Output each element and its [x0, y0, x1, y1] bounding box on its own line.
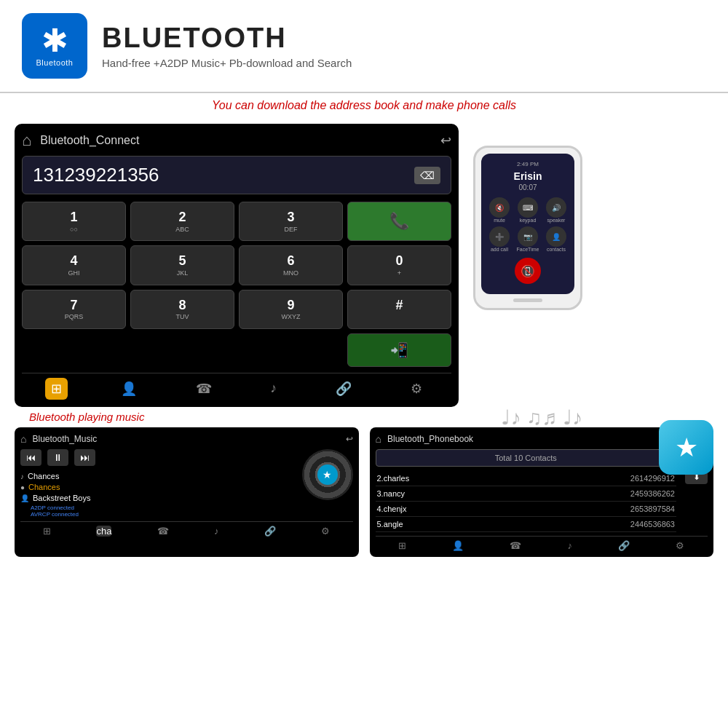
- pb-number-2: 2459386262: [630, 489, 675, 498]
- dial-2[interactable]: 2ABC: [130, 202, 234, 241]
- pf-call[interactable]: ☎: [510, 540, 521, 551]
- pb-contact-4: 5.angle 2446536863: [376, 517, 677, 532]
- dial-4[interactable]: 4GHI: [22, 245, 126, 285]
- pf-contact[interactable]: 👤: [452, 540, 464, 551]
- pb-number-3: 2653897584: [630, 505, 675, 513]
- dial-7[interactable]: 7PQRS: [22, 290, 126, 329]
- pb-name-4: 5.angle: [377, 520, 403, 529]
- phone-screen: 2:49 PM Erisin 00:07 🔇 mute ⌨ keypad 🔊 s…: [481, 154, 574, 294]
- back-icon[interactable]: ↩: [440, 132, 451, 149]
- pb-contact-2: 3.nancy 2459386262: [376, 486, 677, 502]
- bluetooth-logo: ✱ Bluetooth: [22, 13, 87, 79]
- section1-caption: You can download the address book and ma…: [15, 99, 713, 112]
- play-pause-button[interactable]: ⏸: [47, 449, 68, 466]
- track3-icon: 👤: [20, 494, 29, 502]
- phone-caller: Erisin: [487, 170, 569, 182]
- a2dp-status: A2DP connected: [31, 505, 296, 511]
- phone-mockup: 2:49 PM Erisin 00:07 🔇 mute ⌨ keypad 🔊 s…: [473, 146, 582, 310]
- phone-btn-facetime[interactable]: 📷 FaceTime: [515, 226, 540, 252]
- dial-8[interactable]: 8TUV: [130, 290, 234, 329]
- pb-contact-3: 4.chenjx 2653897584: [376, 502, 677, 517]
- pb-name-1: 2.charles: [377, 474, 410, 483]
- next-button[interactable]: ⏭: [74, 449, 95, 466]
- footer-contact[interactable]: 👤: [115, 378, 143, 400]
- mf-music[interactable]: ♪: [214, 526, 219, 537]
- number-display: 131239221356 ⌫: [22, 156, 451, 194]
- pb-name-3: 4.chenjx: [377, 505, 407, 513]
- call-button-2[interactable]: 📲: [347, 333, 451, 367]
- mf-grid[interactable]: ⊞: [43, 526, 51, 537]
- avrcp-status: AVRCP connected: [31, 511, 296, 518]
- screen-connect-title: Bluetooth_Connect: [40, 134, 440, 147]
- main-car-screen: ⌂ Bluetooth_Connect ↩ 131239221356 ⌫ 1○○…: [15, 124, 459, 407]
- page-title: BLUETOOTH: [102, 23, 352, 54]
- call-button[interactable]: 📞: [347, 202, 451, 241]
- dialed-number: 131239221356: [33, 164, 159, 186]
- pb-number-1: 2614296912: [630, 474, 675, 483]
- dial-hash[interactable]: #: [347, 290, 451, 329]
- music-screen-title: Bluetooth_Music: [32, 434, 345, 444]
- dial-9[interactable]: 9WXYZ: [239, 290, 343, 329]
- backspace-button[interactable]: ⌫: [414, 167, 440, 184]
- pf-link[interactable]: 🔗: [618, 540, 630, 551]
- mf-link[interactable]: 🔗: [264, 526, 276, 537]
- dial-6[interactable]: 6MNO: [239, 245, 343, 285]
- pf-grid[interactable]: ⊞: [398, 540, 406, 551]
- footer-music[interactable]: ♪: [264, 378, 282, 400]
- phone-buttons: 🔇 mute ⌨ keypad 🔊 speaker ➕ add call 📷: [487, 197, 569, 252]
- footer-grid[interactable]: ⊞: [45, 378, 68, 400]
- pb-screen-header: ⌂ Bluetooth_Phonebook ↩: [376, 433, 708, 445]
- pb-home-icon[interactable]: ⌂: [376, 433, 381, 445]
- music-screen: ⌂ Bluetooth_Music ↩ ⏮ ⏸ ⏭ ♪ Chances ● Ch…: [15, 427, 359, 557]
- music-footer: ⊞ cha ☎ ♪ 🔗 ⚙: [20, 521, 353, 537]
- car-screen-header: ⌂ Bluetooth_Connect ↩: [22, 131, 451, 150]
- footer-settings[interactable]: ⚙: [405, 378, 428, 400]
- footer-link[interactable]: 🔗: [330, 378, 357, 400]
- pb-total: Total 10 Contacts: [376, 449, 677, 467]
- home-icon[interactable]: ⌂: [22, 131, 31, 150]
- music-home-icon[interactable]: ⌂: [20, 433, 26, 445]
- pf-settings[interactable]: ⚙: [676, 540, 684, 551]
- header: ✱ Bluetooth BLUETOOTH Hand-free +A2DP Mu…: [0, 0, 728, 93]
- phone-btn-keypad[interactable]: ⌨ keypad: [515, 197, 540, 223]
- music-notes-decoration: ♩♪ ♫♬ ♩♪: [501, 405, 582, 430]
- dial-0[interactable]: 0+: [347, 245, 451, 285]
- vinyl-bt-icon: ★: [317, 464, 338, 485]
- section2: ♩♪ ♫♬ ♩♪ ★ ⌂ Bluetooth_Music ↩ ⏮ ⏸ ⏭ ♪ C…: [0, 427, 728, 564]
- section1: ⌂ Bluetooth_Connect ↩ 131239221356 ⌫ 1○○…: [0, 116, 728, 411]
- prev-button[interactable]: ⏮: [20, 449, 41, 466]
- pb-footer: ⊞ 👤 ☎ ♪ 🔗 ⚙: [376, 536, 708, 551]
- music-controls: ⏮ ⏸ ⏭: [20, 449, 296, 466]
- bluetooth-symbol: ✱: [41, 25, 68, 57]
- track3-name: Backstreet Boys: [33, 494, 90, 502]
- pb-number-4: 2446536863: [630, 520, 675, 529]
- pb-name-2: 3.nancy: [377, 489, 405, 498]
- track1: ♪ Chances: [20, 472, 296, 480]
- dial-3[interactable]: 3DEF: [239, 202, 343, 241]
- music-back-icon[interactable]: ↩: [346, 434, 353, 444]
- dial-5[interactable]: 5JKL: [130, 245, 234, 285]
- track2-name: Chances: [28, 483, 60, 491]
- mf-cha[interactable]: cha: [96, 526, 111, 537]
- phone-btn-mute[interactable]: 🔇 mute: [487, 197, 512, 223]
- section1-caption-wrap: You can download the address book and ma…: [0, 99, 728, 112]
- bluetooth-logo-text: Bluetooth: [36, 58, 74, 67]
- pb-contact-1: 2.charles 2614296912: [376, 471, 677, 486]
- dialpad: 1○○ 2ABC 3DEF 📞 4GHI 5JKL 6MNO 0+ 7PQRS …: [22, 202, 451, 367]
- track3: 👤 Backstreet Boys: [20, 494, 296, 502]
- phone-btn-add[interactable]: ➕ add call: [487, 226, 512, 252]
- track1-icon: ♪: [20, 472, 24, 480]
- phone-btn-speaker[interactable]: 🔊 speaker: [544, 197, 569, 223]
- section2-caption: Bluetooth playing music: [29, 411, 713, 423]
- footer-call[interactable]: ☎: [190, 378, 218, 400]
- mf-settings[interactable]: ⚙: [321, 526, 330, 537]
- phone-btn-contacts[interactable]: 👤 contacts: [544, 226, 569, 252]
- pb-screen-title: Bluetooth_Phonebook: [387, 434, 700, 444]
- track2-icon: ●: [20, 483, 25, 491]
- end-call-button[interactable]: 📵: [515, 258, 541, 284]
- mf-call[interactable]: ☎: [157, 526, 169, 537]
- dial-1[interactable]: 1○○: [22, 202, 126, 241]
- screen-footer: ⊞ 👤 ☎ ♪ 🔗 ⚙: [22, 373, 451, 400]
- phone-status: 2:49 PM: [487, 161, 569, 167]
- pf-music[interactable]: ♪: [568, 540, 573, 551]
